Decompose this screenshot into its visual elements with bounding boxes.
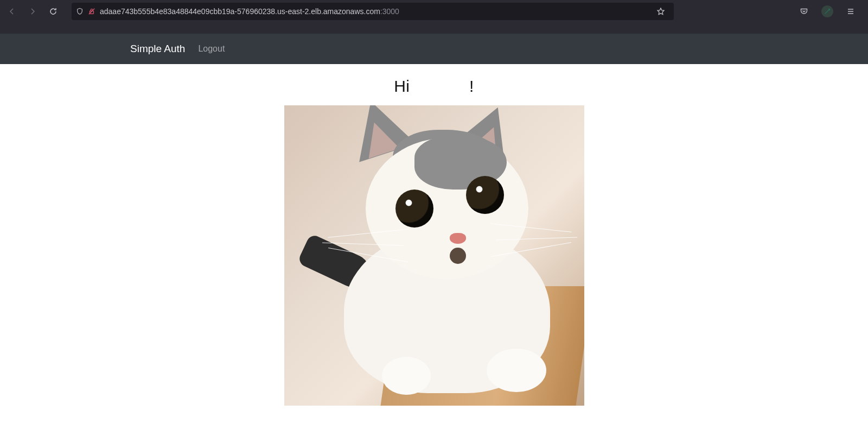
url-port: :3000 [380,7,399,16]
extension-badge[interactable] [821,5,833,17]
address-bar[interactable]: adaae743b555b4e83a48844e09cbb19a-5769602… [72,3,674,20]
cat-nose [450,233,466,244]
pocket-button[interactable] [795,3,813,20]
forward-button[interactable] [24,3,41,20]
browser-toolbar: adaae743b555b4e83a48844e09cbb19a-5769602… [0,0,868,23]
page-content: Hi! [0,64,868,406]
bookmark-button[interactable] [652,3,669,20]
greeting-prefix: Hi [394,77,410,95]
cat-paw-left [382,357,431,395]
url-text: adaae743b555b4e83a48844e09cbb19a-5769602… [100,7,648,16]
insecure-lock-icon [88,8,95,15]
reload-button[interactable] [44,3,62,20]
arrow-right-icon [28,7,37,16]
extension-icon [824,8,831,15]
menu-button[interactable] [842,3,859,20]
greeting-heading: Hi! [0,77,868,96]
star-icon [656,7,665,16]
reload-icon [49,7,58,16]
greeting-suffix: ! [469,77,474,95]
browser-chrome: adaae743b555b4e83a48844e09cbb19a-5769602… [0,0,868,34]
cat-eye-right [466,176,504,214]
shield-icon [76,8,84,15]
cat-eye-left [395,190,433,228]
toolbar-right [795,3,865,20]
cat-mouth [450,248,466,264]
arrow-left-icon [8,7,16,16]
back-button[interactable] [3,3,21,20]
app-navbar: Simple Auth Logout [0,34,868,64]
logout-link[interactable]: Logout [198,44,225,54]
cat-paw-right [487,349,546,392]
url-host: adaae743b555b4e83a48844e09cbb19a-5769602… [100,7,380,16]
pocket-icon [800,7,808,16]
hero-image [284,105,584,406]
hamburger-icon [846,7,855,16]
brand-link[interactable]: Simple Auth [130,43,185,55]
